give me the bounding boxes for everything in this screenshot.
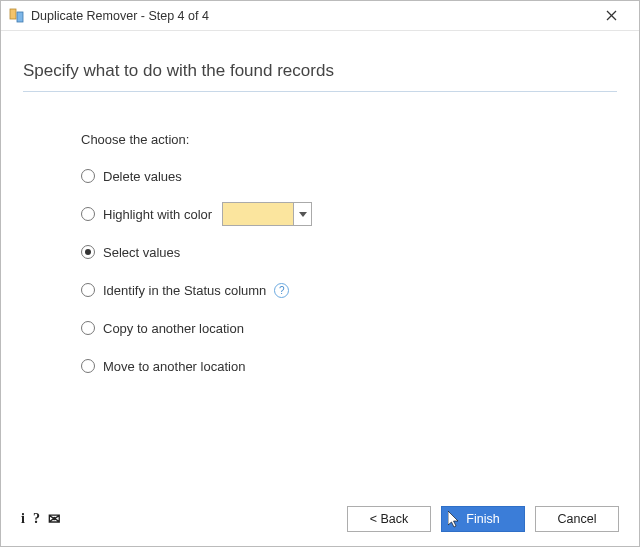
info-icon[interactable]: i bbox=[21, 511, 25, 527]
option-select[interactable]: Select values bbox=[81, 241, 617, 263]
action-section: Choose the action: Delete values Highlig… bbox=[23, 132, 617, 377]
radio-identify[interactable] bbox=[81, 283, 95, 297]
finish-button-label: Finish bbox=[466, 512, 499, 526]
cursor-icon bbox=[448, 511, 462, 529]
page-heading: Specify what to do with the found record… bbox=[23, 61, 617, 81]
footer: i ? ✉ < Back Finish Cancel bbox=[1, 492, 639, 546]
option-move[interactable]: Move to another location bbox=[81, 355, 617, 377]
option-highlight[interactable]: Highlight with color bbox=[81, 203, 617, 225]
action-prompt: Choose the action: bbox=[81, 132, 617, 147]
cancel-button[interactable]: Cancel bbox=[535, 506, 619, 532]
window-title: Duplicate Remover - Step 4 of 4 bbox=[31, 9, 591, 23]
radio-highlight[interactable] bbox=[81, 207, 95, 221]
wizard-content: Specify what to do with the found record… bbox=[1, 31, 639, 377]
svg-marker-5 bbox=[448, 511, 458, 527]
radio-delete[interactable] bbox=[81, 169, 95, 183]
help-footer-icon[interactable]: ? bbox=[33, 511, 40, 527]
svg-rect-1 bbox=[17, 12, 23, 22]
svg-rect-0 bbox=[10, 9, 16, 19]
highlight-color-picker[interactable] bbox=[222, 202, 312, 226]
chevron-down-icon bbox=[299, 212, 307, 217]
option-copy[interactable]: Copy to another location bbox=[81, 317, 617, 339]
radio-identify-label: Identify in the Status column bbox=[103, 283, 266, 298]
radio-copy[interactable] bbox=[81, 321, 95, 335]
divider bbox=[23, 91, 617, 92]
radio-select[interactable] bbox=[81, 245, 95, 259]
option-identify[interactable]: Identify in the Status column ? bbox=[81, 279, 617, 301]
title-bar: Duplicate Remover - Step 4 of 4 bbox=[1, 1, 639, 31]
radio-copy-label: Copy to another location bbox=[103, 321, 244, 336]
color-dropdown-button[interactable] bbox=[293, 203, 311, 225]
radio-move-label: Move to another location bbox=[103, 359, 245, 374]
help-icon[interactable]: ? bbox=[274, 283, 289, 298]
color-swatch bbox=[223, 203, 293, 225]
radio-highlight-label: Highlight with color bbox=[103, 207, 212, 222]
close-button[interactable] bbox=[591, 2, 631, 30]
option-delete[interactable]: Delete values bbox=[81, 165, 617, 187]
back-button[interactable]: < Back bbox=[347, 506, 431, 532]
svg-marker-4 bbox=[299, 212, 307, 217]
mail-icon[interactable]: ✉ bbox=[48, 510, 61, 528]
finish-button[interactable]: Finish bbox=[441, 506, 525, 532]
footer-icons: i ? ✉ bbox=[21, 510, 61, 528]
radio-delete-label: Delete values bbox=[103, 169, 182, 184]
footer-buttons: < Back Finish Cancel bbox=[347, 506, 619, 532]
app-icon bbox=[9, 8, 25, 24]
radio-select-label: Select values bbox=[103, 245, 180, 260]
radio-move[interactable] bbox=[81, 359, 95, 373]
